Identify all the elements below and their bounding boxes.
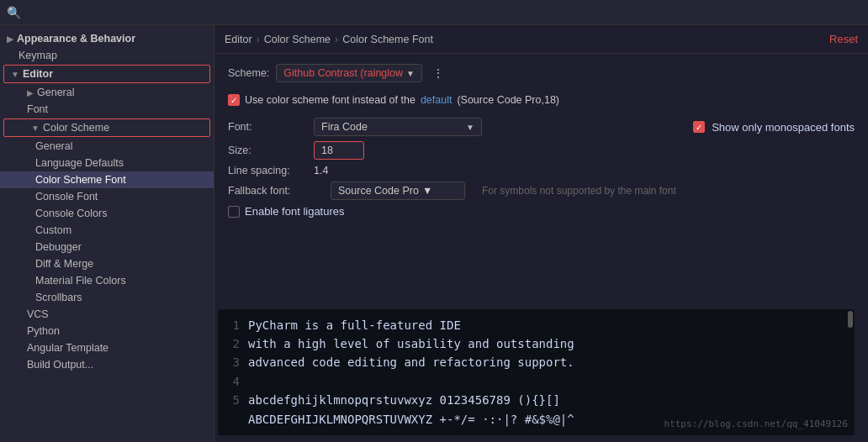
sidebar-item-general[interactable]: ▶ General xyxy=(0,84,214,101)
use-color-scheme-font-checkbox[interactable]: ✓ xyxy=(228,94,240,106)
sidebar-item-cs-general[interactable]: General xyxy=(0,138,214,155)
font-setting-row: Font: Fira Code ▼ ✓ Show only monospaced… xyxy=(228,118,855,136)
line-spacing-value: 1.4 xyxy=(314,165,328,176)
sidebar-item-language-defaults[interactable]: Language Defaults xyxy=(0,155,214,171)
sidebar-item-build-output[interactable]: Build Output... xyxy=(0,356,214,373)
search-icon: 🔍 xyxy=(7,6,21,19)
breadcrumb-editor: Editor xyxy=(225,34,252,45)
size-input[interactable] xyxy=(314,141,364,160)
preview-line-1: 1 PyCharm is a full-featured IDE xyxy=(228,316,844,334)
sidebar-item-editor[interactable]: ▼ Editor xyxy=(3,65,210,83)
font-value: Fira Code xyxy=(321,121,368,133)
sidebar-item-console-font[interactable]: Console Font xyxy=(0,188,214,205)
breadcrumb-color-scheme[interactable]: Color Scheme xyxy=(264,34,331,45)
default-link[interactable]: default xyxy=(421,94,453,106)
expand-arrow-editor: ▼ xyxy=(11,70,19,79)
scheme-value: Github Contrast (rainglow xyxy=(283,67,403,79)
preview-wrapper: 1 PyCharm is a full-featured IDE 2 with … xyxy=(214,303,868,442)
preview-text-2: with a high level of usability and outst… xyxy=(248,334,574,353)
preview-text-1: PyCharm is a full-featured IDE xyxy=(248,316,461,334)
preview-line-5: 5 abcdefghijklmnopqrstuvwxyz 0123456789 … xyxy=(228,391,844,409)
sidebar-item-color-scheme[interactable]: ▼ Color Scheme xyxy=(3,118,210,137)
line-num-6 xyxy=(228,410,240,429)
font-dropdown[interactable]: Fira Code ▼ xyxy=(314,118,482,136)
show-mono-checkbox[interactable]: ✓ xyxy=(693,121,705,133)
expand-arrow: ▶ xyxy=(7,34,13,44)
sidebar-item-diff-merge[interactable]: Diff & Merge xyxy=(0,255,214,272)
sidebar-item-debugger[interactable]: Debugger xyxy=(0,239,214,255)
content-area: Editor › Color Scheme › Color Scheme Fon… xyxy=(214,25,868,442)
scheme-dropdown-arrow: ▼ xyxy=(406,69,415,78)
breadcrumb-current: Color Scheme Font xyxy=(342,34,433,45)
fallback-font-dropdown[interactable]: Source Code Pro ▼ xyxy=(331,182,465,200)
show-mono-label: Show only monospaced fonts xyxy=(712,121,855,134)
preview-scrollbar[interactable] xyxy=(848,311,853,328)
preview-area: 1 PyCharm is a full-featured IDE 2 with … xyxy=(218,309,855,435)
sidebar-item-appearance[interactable]: ▶ Appearance & Behavior xyxy=(0,30,214,47)
reset-button[interactable]: Reset xyxy=(829,33,858,45)
line-spacing-label: Line spacing: xyxy=(228,165,304,176)
scheme-label: Scheme: xyxy=(228,67,269,79)
fallback-font-label: Fallback font: xyxy=(228,185,320,197)
line-num-1: 1 xyxy=(228,316,240,334)
preview-line-4: 4 xyxy=(228,372,844,391)
expand-arrow-cs: ▼ xyxy=(31,124,40,133)
sidebar: ▶ Appearance & Behavior Keymap ▼ Editor … xyxy=(0,25,214,442)
sidebar-item-custom[interactable]: Custom xyxy=(0,222,214,239)
size-row: Size: xyxy=(228,141,855,160)
ligatures-checkbox[interactable] xyxy=(228,206,240,218)
breadcrumb: Editor › Color Scheme › Color Scheme Fon… xyxy=(225,34,433,45)
preview-text-6: ABCDEFGHIJKLMNOPQRSTUVWXYZ +-*/= ·:·|? #… xyxy=(248,410,574,429)
sidebar-item-console-colors[interactable]: Console Colors xyxy=(0,205,214,222)
ligatures-row: Enable font ligatures xyxy=(228,205,855,218)
expand-arrow-general: ▶ xyxy=(27,88,34,97)
line-num-2: 2 xyxy=(228,334,240,353)
font-label: Font: xyxy=(228,121,304,133)
use-color-scheme-font-label: Use color scheme font instead of the xyxy=(245,94,415,106)
line-spacing-row: Line spacing: 1.4 xyxy=(228,165,855,176)
line-num-4: 4 xyxy=(228,372,240,391)
default-font-info: (Source Code Pro,18) xyxy=(457,94,559,106)
line-num-3: 3 xyxy=(228,353,240,371)
sidebar-item-python[interactable]: Python xyxy=(0,323,214,339)
scheme-menu-icon[interactable]: ⋮ xyxy=(432,66,444,80)
sidebar-item-color-scheme-font[interactable]: Color Scheme Font xyxy=(0,171,214,188)
breadcrumb-sep1: › xyxy=(257,34,260,45)
fallback-font-row: Fallback font: Source Code Pro ▼ For sym… xyxy=(228,182,855,200)
sidebar-item-font[interactable]: Font xyxy=(0,101,214,118)
preview-text-5: abcdefghijklmnopqrstuvwxyz 0123456789 ()… xyxy=(248,391,560,409)
ligatures-label: Enable font ligatures xyxy=(245,205,345,218)
search-bar[interactable]: 🔍 xyxy=(0,0,868,25)
fallback-hint: For symbols not supported by the main fo… xyxy=(482,185,676,197)
sidebar-item-angular-template[interactable]: Angular Template xyxy=(0,339,214,356)
sidebar-item-scrollbars[interactable]: Scrollbars xyxy=(0,289,214,306)
preview-text-3: advanced code editing and refactoring su… xyxy=(248,353,574,371)
settings-panel: Scheme: Github Contrast (rainglow ▼ ⋮ ✓ … xyxy=(214,54,868,303)
watermark: https://blog.csdn.net/qq_41049126 xyxy=(664,417,848,432)
preview-line-3: 3 advanced code editing and refactoring … xyxy=(228,353,844,371)
breadcrumb-sep2: › xyxy=(335,34,338,45)
sidebar-item-keymap[interactable]: Keymap xyxy=(0,47,214,64)
breadcrumb-bar: Editor › Color Scheme › Color Scheme Fon… xyxy=(214,25,868,54)
line-num-5: 5 xyxy=(228,391,240,409)
sidebar-item-material-file-colors[interactable]: Material File Colors xyxy=(0,272,214,289)
scheme-dropdown[interactable]: Github Contrast (rainglow ▼ xyxy=(276,64,422,82)
show-mono-row: ✓ Show only monospaced fonts xyxy=(693,121,855,134)
main-layout: ▶ Appearance & Behavior Keymap ▼ Editor … xyxy=(0,25,868,442)
sidebar-item-vcs[interactable]: VCS xyxy=(0,306,214,323)
scheme-row: Scheme: Github Contrast (rainglow ▼ ⋮ xyxy=(228,64,855,82)
preview-line-2: 2 with a high level of usability and out… xyxy=(228,334,844,353)
font-dropdown-arrow: ▼ xyxy=(466,123,474,132)
fallback-dropdown-arrow: ▼ xyxy=(422,185,432,197)
fallback-font-value: Source Code Pro xyxy=(338,185,419,197)
size-label: Size: xyxy=(228,145,304,156)
use-color-scheme-font-row: ✓ Use color scheme font instead of the d… xyxy=(228,94,855,106)
